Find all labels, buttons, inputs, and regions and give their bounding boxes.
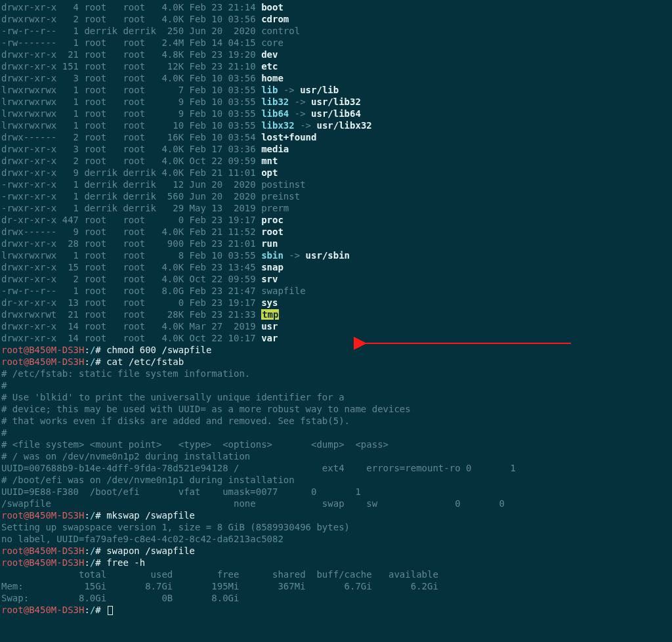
fstab-line: /swapfile none swap sw 0 0 [1, 498, 672, 509]
prompt-host: root@B450M-DS3H [1, 510, 84, 521]
symlink-target: usr/lib [300, 85, 339, 95]
terminal-output[interactable]: drwxr-xr-x 4 root root 4.0K Feb 23 21:14… [0, 0, 672, 616]
ls-row: drwx------ 2 root root 16K Feb 10 03:54 … [1, 131, 672, 143]
fstab-line: UUID=9E88-F380 /boot/efi vfat umask=0077… [1, 486, 672, 498]
free-mem: Mem: 15Gi 8.7Gi 195Mi 367Mi 6.7Gi 6.2Gi [1, 580, 672, 592]
dir-name: media [261, 144, 289, 154]
dir-name: dev [261, 49, 278, 60]
prompt-line[interactable]: root@B450M-DS3H:/# cat /etc/fstab [1, 356, 672, 368]
ls-row: drwxr-xr-x 14 root root 4.0K Oct 22 10:1… [1, 332, 672, 344]
dir-name: var [261, 333, 278, 343]
ls-row: lrwxrwxrwx 1 root root 9 Feb 10 03:55 li… [1, 108, 672, 119]
prompt-line[interactable]: root@B450M-DS3H:/# [1, 604, 672, 616]
fstab-line: # device; this may be used with UUID= as… [1, 403, 672, 415]
symlink-name: lib32 [261, 96, 289, 107]
symlink-target: usr/sbin [306, 250, 350, 261]
fstab-line: UUID=007688b9-b14e-4dff-9fda-78d521e9412… [1, 462, 672, 474]
dir-name: lost+found [261, 132, 316, 142]
prompt-host: root@B450M-DS3H [1, 605, 84, 615]
ls-row: -rwxr-xr-x 1 derrik derrik 12 Jun 20 202… [1, 179, 672, 190]
mkswap-output: Setting up swapspace version 1, size = 8… [1, 521, 672, 533]
symlink-name: sbin [261, 250, 284, 261]
ls-row: lrwxrwxrwx 1 root root 8 Feb 10 03:55 sb… [1, 249, 672, 261]
dir-name: mnt [261, 156, 278, 166]
command-text: cat /etc/fstab [106, 356, 184, 367]
ls-row: -rw-r--r-- 1 derrik derrik 250 Jun 20 20… [1, 25, 672, 37]
dir-name: run [261, 238, 278, 249]
mkswap-output: no label, UUID=fa79afe9-c8e4-4c02-8c42-d… [1, 533, 672, 545]
prompt-host: root@B450M-DS3H [1, 345, 84, 355]
file-name: prerm [261, 203, 289, 213]
command-text: swapon /swapfile [106, 546, 195, 556]
symlink-name: lib [261, 85, 278, 95]
ls-row: drwxr-xr-x 3 root root 4.0K Feb 10 03:56… [1, 72, 672, 84]
dir-name: snap [261, 262, 284, 272]
dir-name: sys [261, 297, 278, 308]
ls-row: lrwxrwxrwx 1 root root 10 Feb 10 03:55 l… [1, 119, 672, 131]
dir-name: srv [261, 274, 278, 284]
ls-row: -rwxr-xr-x 1 derrik derrik 560 Jun 20 20… [1, 190, 672, 202]
fstab-line: # [1, 379, 672, 391]
prompt-host: root@B450M-DS3H [1, 546, 84, 556]
prompt-host: root@B450M-DS3H [1, 557, 84, 568]
dir-name: root [261, 226, 284, 237]
dir-name: home [261, 73, 284, 83]
ls-row: drwxr-xr-x 151 root root 12K Feb 23 21:1… [1, 60, 672, 72]
ls-row: drwxr-xr-x 3 root root 4.0K Feb 17 03:36… [1, 143, 672, 155]
ls-row: drwxr-xr-x 15 root root 4.0K Feb 23 13:4… [1, 261, 672, 273]
fstab-line: # /etc/fstab: static file system informa… [1, 368, 672, 379]
ls-row: dr-xr-xr-x 447 root root 0 Feb 23 19:17 … [1, 214, 672, 226]
symlink-target: usr/libx32 [316, 120, 371, 131]
ls-row: lrwxrwxrwx 1 root root 9 Feb 10 03:55 li… [1, 96, 672, 108]
command-text: chmod 600 /swapfile [106, 345, 211, 355]
ls-row: drwx------ 9 root root 4.0K Feb 21 11:52… [1, 226, 672, 238]
ls-row: -rwxr-xr-x 1 derrik derrik 29 May 13 201… [1, 202, 672, 214]
ls-row: drwxr-xr-x 21 root root 4.8K Feb 23 19:2… [1, 49, 672, 60]
prompt-line[interactable]: root@B450M-DS3H:/# chmod 600 /swapfile [1, 344, 672, 356]
ls-row: drwxrwxrwt 21 root root 28K Feb 23 21:33… [1, 309, 672, 320]
fstab-line: # <file system> <mount point> <type> <op… [1, 439, 672, 450]
dir-name: etc [261, 61, 278, 72]
dir-name: usr [261, 321, 278, 332]
ls-row: drwxr-xr-x 2 root root 4.0K Oct 22 09:59… [1, 273, 672, 285]
ls-row: dr-xr-xr-x 13 root root 0 Feb 23 19:17 s… [1, 297, 672, 309]
file-name: preinst [261, 191, 300, 202]
free-header: total used free shared buff/cache availa… [1, 568, 672, 580]
ls-row: drwxr-xr-x 2 root root 4.0K Oct 22 09:59… [1, 155, 672, 167]
file-name: control [261, 26, 300, 36]
ls-row: drwxr-xr-x 4 root root 4.0K Feb 23 21:14… [1, 1, 672, 13]
ls-row: lrwxrwxrwx 1 root root 7 Feb 10 03:55 li… [1, 84, 672, 96]
dir-name: opt [261, 167, 278, 178]
prompt-line[interactable]: root@B450M-DS3H:/# swapon /swapfile [1, 545, 672, 557]
prompt-line[interactable]: root@B450M-DS3H:/# mkswap /swapfile [1, 509, 672, 521]
prompt-host: root@B450M-DS3H [1, 356, 84, 367]
fstab-line: # /boot/efi was on /dev/nvme0n1p1 during… [1, 474, 672, 486]
ls-row: -rw-r--r-- 1 root root 8.0G Feb 23 21:47… [1, 285, 672, 297]
symlink-name: libx32 [261, 120, 295, 131]
ls-row: drwxr-xr-x 14 root root 4.0K Mar 27 2019… [1, 320, 672, 332]
dir-name: cdrom [261, 14, 289, 24]
fstab-line: # that works even if disks are added and… [1, 415, 672, 427]
file-name: postinst [261, 179, 305, 190]
ls-row: drwxr-xr-x 28 root root 900 Feb 23 21:01… [1, 238, 672, 249]
ls-row: -rw------- 1 root root 2.4M Feb 14 04:15… [1, 37, 672, 49]
command-text: free -h [106, 557, 145, 568]
cursor [108, 606, 113, 615]
dir-name: boot [261, 2, 284, 12]
fstab-line: # [1, 427, 672, 439]
tmp-dir: tmp [261, 309, 279, 320]
dir-name: proc [261, 215, 284, 225]
ls-row: drwxr-xr-x 9 derrik derrik 4.0K Feb 21 1… [1, 167, 672, 179]
symlink-name: lib64 [261, 108, 289, 119]
prompt-line[interactable]: root@B450M-DS3H:/# free -h [1, 557, 672, 568]
fstab-line: # / was on /dev/nvme0n1p2 during install… [1, 450, 672, 462]
symlink-target: usr/lib32 [311, 96, 361, 107]
file-name: swapfile [261, 286, 305, 296]
ls-row: drwxrwxr-x 2 root root 4.0K Feb 10 03:56… [1, 13, 672, 25]
symlink-target: usr/lib64 [311, 108, 361, 119]
file-name: core [261, 37, 284, 48]
fstab-line: # Use 'blkid' to print the universally u… [1, 391, 672, 403]
free-swap: Swap: 8.0Gi 0B 8.0Gi [1, 592, 672, 604]
command-text: mkswap /swapfile [106, 510, 195, 521]
